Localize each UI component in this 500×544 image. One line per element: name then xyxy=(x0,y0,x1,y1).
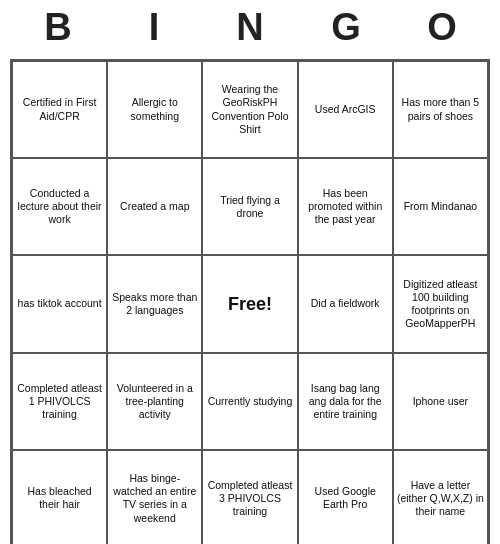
header-letter-g: G xyxy=(302,6,390,49)
bingo-cell-4[interactable]: Has more than 5 pairs of shoes xyxy=(393,61,488,158)
header-letter-i: I xyxy=(110,6,198,49)
header-letter-b: B xyxy=(14,6,102,49)
bingo-header: BINGO xyxy=(10,0,490,51)
bingo-cell-5[interactable]: Conducted a lecture about their work xyxy=(12,158,107,255)
header-letter-n: N xyxy=(206,6,294,49)
bingo-cell-3[interactable]: Used ArcGIS xyxy=(298,61,393,158)
bingo-cell-10[interactable]: has tiktok account xyxy=(12,255,107,352)
bingo-cell-15[interactable]: Completed atleast 1 PHIVOLCS training xyxy=(12,353,107,450)
bingo-cell-13[interactable]: Did a fieldwork xyxy=(298,255,393,352)
bingo-cell-21[interactable]: Has binge-watched an entire TV series in… xyxy=(107,450,202,544)
bingo-cell-2[interactable]: Wearing the GeoRiskPH Convention Polo Sh… xyxy=(202,61,297,158)
bingo-cell-24[interactable]: Have a letter (either Q,W,X,Z) in their … xyxy=(393,450,488,544)
bingo-cell-19[interactable]: Iphone user xyxy=(393,353,488,450)
bingo-cell-18[interactable]: Isang bag lang ang dala for the entire t… xyxy=(298,353,393,450)
bingo-cell-11[interactable]: Speaks more than 2 languages xyxy=(107,255,202,352)
bingo-cell-17[interactable]: Currently studying xyxy=(202,353,297,450)
bingo-letters-row xyxy=(10,51,490,59)
bingo-cell-9[interactable]: From Mindanao xyxy=(393,158,488,255)
bingo-cell-23[interactable]: Used Google Earth Pro xyxy=(298,450,393,544)
bingo-cell-14[interactable]: Digitized atleast 100 building footprint… xyxy=(393,255,488,352)
bingo-grid: Certified in First Aid/CPRAllergic to so… xyxy=(10,59,490,544)
bingo-cell-6[interactable]: Created a map xyxy=(107,158,202,255)
bingo-cell-20[interactable]: Has bleached their hair xyxy=(12,450,107,544)
header-letter-o: O xyxy=(398,6,486,49)
bingo-cell-0[interactable]: Certified in First Aid/CPR xyxy=(12,61,107,158)
bingo-cell-16[interactable]: Volunteered in a tree-planting activity xyxy=(107,353,202,450)
bingo-cell-8[interactable]: Has been promoted within the past year xyxy=(298,158,393,255)
bingo-cell-22[interactable]: Completed atleast 3 PHIVOLCS training xyxy=(202,450,297,544)
bingo-cell-1[interactable]: Allergic to something xyxy=(107,61,202,158)
bingo-cell-7[interactable]: Tried flying a drone xyxy=(202,158,297,255)
bingo-cell-12[interactable]: Free! xyxy=(202,255,297,352)
